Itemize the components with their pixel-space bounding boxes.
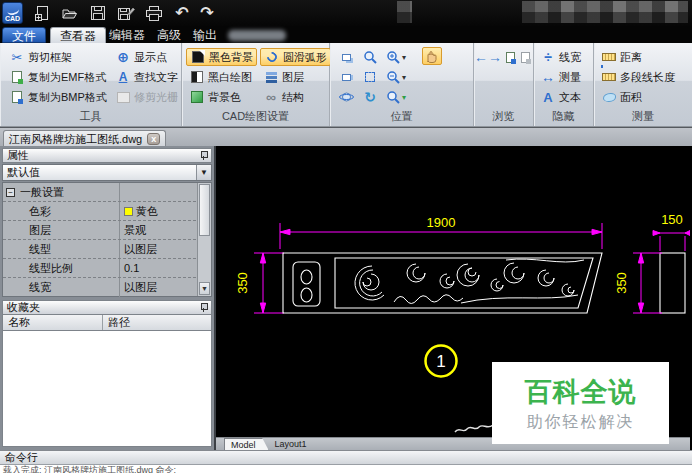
command-line-bar[interactable]: 命令行: [0, 450, 692, 465]
distance-button[interactable]: 距离: [598, 48, 645, 66]
structure-button[interactable]: 结构: [260, 88, 307, 106]
sheet-tab-layout1[interactable]: Layout1: [269, 438, 315, 450]
tab-file[interactable]: 文件: [2, 27, 46, 43]
polyline-length-button[interactable]: 多段线长度: [598, 68, 678, 86]
zoom-extents-button[interactable]: ▾: [386, 88, 406, 106]
tab-output[interactable]: 输出: [184, 27, 226, 43]
scroll-down-button[interactable]: ▼: [199, 282, 210, 295]
properties-section-row[interactable]: − 一般设置: [3, 183, 201, 202]
pin-icon[interactable]: [200, 303, 207, 312]
refresh-view-icon: [362, 89, 378, 105]
smooth-arc-icon: [264, 49, 280, 65]
column-name[interactable]: 名称: [3, 315, 103, 330]
save-button[interactable]: [87, 3, 109, 23]
background-color-button[interactable]: 背景色: [186, 88, 244, 106]
new-file-button[interactable]: [31, 3, 53, 23]
forward-button[interactable]: [488, 48, 502, 66]
scrollbar-thumb[interactable]: [199, 184, 210, 236]
previous-view-button[interactable]: [503, 48, 517, 66]
copy-emf-button[interactable]: 复制为EMF格式: [6, 68, 109, 86]
collapse-icon[interactable]: −: [6, 188, 15, 197]
zoom-out-dropdown[interactable]: ▾: [402, 73, 406, 82]
group-label-measure: 测量: [594, 109, 692, 124]
favorites-list[interactable]: [2, 331, 212, 447]
text-icon: [540, 89, 556, 105]
pin-icon[interactable]: [200, 151, 207, 160]
zoom-extents-icon: [386, 90, 401, 105]
document-tab[interactable]: 江南风格牌坊施工图纸.dwg x: [3, 130, 166, 147]
save-as-icon: [117, 5, 135, 22]
black-background-toggle[interactable]: 黑色背景: [186, 48, 257, 66]
smooth-arc-toggle[interactable]: 圆滑弧形: [260, 48, 331, 66]
tab-editor[interactable]: 编辑器: [100, 27, 154, 43]
refresh-view-button[interactable]: [360, 88, 380, 106]
pan-button-active[interactable]: [422, 47, 442, 65]
properties-panel-header[interactable]: 属性: [2, 148, 212, 163]
distance-icon: [601, 49, 617, 65]
next-view-button[interactable]: [518, 48, 532, 66]
area-button[interactable]: 面积: [598, 88, 645, 106]
undo-button[interactable]: ↶: [171, 3, 193, 23]
pan-hand-icon: [425, 49, 439, 64]
ribbon-group-tools: 剪切框架 复制为EMF格式 复制为BMP格式 显示点 查找文字 修剪光栅 工具: [0, 43, 182, 126]
group-label-cad-settings: CAD绘图设置: [182, 109, 329, 124]
column-path[interactable]: 路径: [103, 315, 130, 330]
measure-icon: [540, 69, 556, 85]
preset-value: 默认值: [7, 165, 40, 180]
property-row-linetype[interactable]: 线型 以图层: [3, 240, 201, 259]
redo-button[interactable]: ↷: [196, 3, 218, 23]
open-file-button[interactable]: [59, 3, 81, 23]
zoom-window-button[interactable]: [360, 48, 380, 66]
orbit-3d-button[interactable]: [336, 88, 356, 106]
sheet-tab-model[interactable]: Model: [224, 438, 269, 450]
show-points-button[interactable]: 显示点: [112, 48, 170, 66]
tile-windows-button[interactable]: [336, 68, 356, 86]
bw-drawing-button[interactable]: 黑白绘图: [186, 68, 255, 86]
watermark-title: 百科全说: [525, 374, 637, 410]
tab-viewer[interactable]: 查看器: [50, 27, 106, 43]
black-background-icon: [190, 49, 206, 65]
find-text-button[interactable]: 查找文字: [112, 68, 181, 86]
favorites-panel: 收藏夹 名称 路径: [2, 300, 212, 447]
hide-lineweight-button[interactable]: 线宽: [537, 48, 584, 66]
properties-scrollbar[interactable]: ▼: [197, 183, 211, 296]
bw-drawing-icon: [189, 69, 205, 85]
show-points-icon: [115, 49, 131, 65]
save-as-button[interactable]: [115, 3, 137, 23]
back-button[interactable]: [474, 48, 488, 66]
chevron-down-icon[interactable]: ▼: [196, 165, 211, 180]
crop-raster-icon: [115, 89, 131, 105]
structure-icon: [263, 89, 279, 105]
copy-bmp-button[interactable]: 复制为BMP格式: [6, 88, 110, 106]
zoom-out-button[interactable]: ▾: [386, 68, 406, 86]
zoom-in-button[interactable]: ▾: [386, 48, 406, 66]
group-label-hide: 隐藏: [534, 109, 593, 124]
print-button[interactable]: [143, 3, 165, 23]
dim-text-top-width: 1900: [427, 215, 456, 230]
properties-preset-dropdown[interactable]: 默认值 ▼: [2, 164, 212, 181]
crop-raster-button[interactable]: 修剪光栅: [112, 88, 181, 106]
favorites-panel-header[interactable]: 收藏夹: [2, 300, 212, 315]
property-row-lineweight[interactable]: 线宽 以图层: [3, 278, 201, 297]
find-text-icon: [115, 69, 131, 85]
hide-text-button[interactable]: 文本: [537, 88, 584, 106]
property-row-color[interactable]: 色彩 黄色: [3, 202, 201, 221]
property-row-linetype-scale[interactable]: 线型比例 0.1: [3, 259, 201, 278]
zoom-in-dropdown[interactable]: ▾: [402, 53, 406, 62]
main-area: 属性 默认值 ▼ − 一般设置 色彩 黄色 图层 景观: [0, 146, 692, 450]
property-row-layer[interactable]: 图层 景观: [3, 221, 201, 240]
copy-emf-icon: [9, 69, 25, 85]
fit-to-window-button[interactable]: [360, 68, 380, 86]
layers-icon: [263, 69, 279, 85]
hide-measure-button[interactable]: 测量: [537, 68, 584, 86]
cascade-windows-button[interactable]: [336, 48, 356, 66]
zoom-extents-dropdown[interactable]: ▾: [402, 93, 406, 102]
clip-frame-button[interactable]: 剪切框架: [6, 48, 75, 66]
app-logo[interactable]: CAD: [2, 2, 23, 24]
close-document-button[interactable]: x: [147, 133, 160, 145]
dimension-right-height: [633, 253, 662, 313]
zoom-window-icon: [363, 50, 378, 65]
color-swatch: [124, 207, 133, 216]
side-panels: 属性 默认值 ▼ − 一般设置 色彩 黄色 图层 景观: [0, 146, 216, 450]
layers-button[interactable]: 图层: [260, 68, 307, 86]
